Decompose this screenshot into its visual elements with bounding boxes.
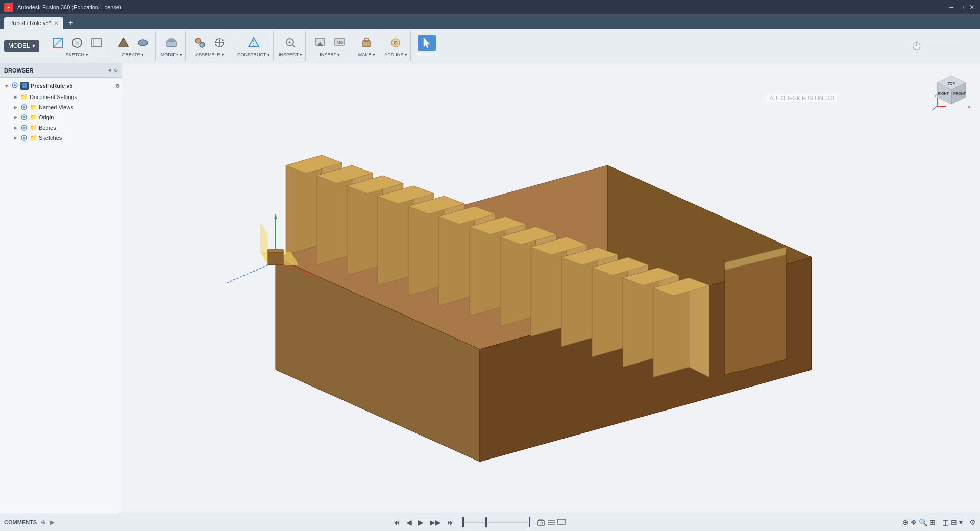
restore-button[interactable]: □ xyxy=(958,3,966,11)
select-section: SELECT ▾ xyxy=(413,31,440,61)
timeline-marker-3[interactable] xyxy=(529,517,530,527)
zoom-icon[interactable]: 🔍 xyxy=(919,518,927,526)
timeline-last-btn[interactable]: ⏭ xyxy=(445,517,456,527)
assemble-tool-1[interactable] xyxy=(191,35,209,51)
timeline-marker-1[interactable] xyxy=(462,517,464,527)
pan-icon[interactable]: ✥ xyxy=(911,518,917,526)
svg-rect-112 xyxy=(557,519,566,524)
svg-marker-6 xyxy=(119,38,128,46)
svg-rect-109 xyxy=(548,520,555,521)
create-tool-1[interactable] xyxy=(114,35,133,51)
tree-root[interactable]: ▼ PressFitRule v5 ⚙ xyxy=(0,80,122,92)
tab-bar: PressFitRule v5* ✕ + xyxy=(0,14,980,29)
doc-settings-folder-icon: 📁 xyxy=(20,93,28,101)
comments-toggle-icon[interactable]: ⊕ xyxy=(41,519,46,526)
sketch-tool-1[interactable] xyxy=(48,35,67,51)
sketch-tool-2[interactable] xyxy=(68,35,86,51)
construct-tool-1[interactable] xyxy=(244,35,263,51)
orbit-icon[interactable]: ⊕ xyxy=(902,518,909,526)
make-label: MAKE ▾ xyxy=(358,52,375,57)
browser-collapse-btn[interactable]: ◄ xyxy=(107,67,112,73)
tree-visibility-icon[interactable] xyxy=(11,82,18,90)
main-toolbar: MODEL ▾ SKETCH ▾ xyxy=(0,29,980,63)
vp-divider-2 xyxy=(966,517,966,527)
new-tab-button[interactable]: + xyxy=(65,17,77,29)
inspect-tool-1[interactable] xyxy=(281,35,300,51)
user-dropdown-arrow[interactable]: ▾ xyxy=(964,42,967,49)
svg-text:RIGHT: RIGHT xyxy=(938,92,949,95)
help-icon[interactable]: ? xyxy=(971,41,976,51)
create-tool-2[interactable] xyxy=(134,35,152,51)
timeline-marker-2[interactable] xyxy=(485,517,487,527)
comments-expand-btn[interactable]: ▶ xyxy=(50,519,55,526)
active-tab[interactable]: PressFitRule v5* ✕ xyxy=(4,17,63,29)
svg-line-18 xyxy=(292,45,295,47)
timeline-prev-btn[interactable]: ◀ xyxy=(404,517,414,527)
modify-tool-1[interactable] xyxy=(162,35,181,51)
svg-text:TOP: TOP xyxy=(948,82,955,85)
create-section: CREATE ▾ xyxy=(111,31,156,61)
more-display-settings[interactable]: ▾ xyxy=(959,518,963,526)
window-controls[interactable]: ─ □ ✕ xyxy=(947,3,976,11)
camera-icon-area xyxy=(536,519,566,526)
svg-point-11 xyxy=(200,42,205,47)
named-views-eye-icon xyxy=(20,104,28,111)
grid-toggle[interactable]: ⊟ xyxy=(951,518,957,526)
browser-controls[interactable]: ◄ ⊕ xyxy=(107,67,118,73)
tree-item-doc-settings[interactable]: ▶ 📁 Document Settings xyxy=(0,92,122,102)
minimize-button[interactable]: ─ xyxy=(947,3,955,11)
viewport[interactable]: TOP FRONT RIGHT X Y Z AUTODESK FUSION 36… xyxy=(122,63,980,513)
settings-icon[interactable]: ⚙ xyxy=(969,518,976,526)
timeline-first-btn[interactable]: ⏮ xyxy=(391,517,402,527)
bodies-arrow[interactable]: ▶ xyxy=(12,125,18,131)
assemble-tool-2[interactable] xyxy=(210,35,229,51)
construct-icon-1 xyxy=(248,37,260,49)
select-tool-1[interactable] xyxy=(418,35,436,51)
zoom-fit-icon[interactable]: ⊞ xyxy=(929,518,936,526)
svg-text:⚙: ⚙ xyxy=(393,40,398,46)
inspect-icon-1 xyxy=(284,37,297,49)
tree-item-sketches[interactable]: ▶ 📁 Sketches xyxy=(0,133,122,143)
sketch-section: SKETCH ▾ xyxy=(45,31,109,61)
tree-item-bodies[interactable]: ▶ 📁 Bodies xyxy=(0,123,122,133)
viewcube[interactable]: TOP FRONT RIGHT X Y Z xyxy=(931,71,972,112)
svg-line-104 xyxy=(227,265,268,283)
named-views-arrow[interactable]: ▶ xyxy=(12,104,18,110)
sketch-icon-3 xyxy=(90,37,103,49)
tab-close-button[interactable]: ✕ xyxy=(54,20,58,26)
svg-line-1 xyxy=(53,38,62,47)
svg-rect-26 xyxy=(364,39,369,41)
doc-settings-arrow[interactable]: ▶ xyxy=(12,94,18,100)
origin-arrow[interactable]: ▶ xyxy=(12,114,18,120)
browser-header: BROWSER ◄ ⊕ xyxy=(0,63,122,78)
user-area: 🕐 Francis Lance ▾ ? xyxy=(912,41,976,51)
svg-marker-103 xyxy=(274,214,277,219)
insert-tool-2[interactable]: IMG xyxy=(330,35,349,51)
insert-tool-1[interactable] xyxy=(311,35,329,51)
modify-section: MODIFY ▾ xyxy=(158,31,186,61)
browser-search-btn[interactable]: ⊕ xyxy=(114,67,118,73)
timeline-next-btn[interactable]: ▶▶ xyxy=(428,517,443,527)
origin-eye-icon xyxy=(20,114,28,121)
assemble-icon-1 xyxy=(194,37,206,49)
username[interactable]: Francis Lance xyxy=(925,43,960,49)
sketch-tool-3[interactable] xyxy=(87,35,106,51)
close-button[interactable]: ✕ xyxy=(968,3,976,11)
view-cube-toggle[interactable]: ◫ xyxy=(942,518,949,526)
insert-icon-1 xyxy=(314,37,326,49)
root-settings-icon[interactable]: ⚙ xyxy=(115,83,120,89)
svg-rect-106 xyxy=(537,521,545,525)
layers-icon xyxy=(547,519,556,526)
tree-collapse-arrow[interactable]: ▼ xyxy=(4,83,9,89)
clock-icon[interactable]: 🕐 xyxy=(912,42,921,50)
model-dropdown[interactable]: MODEL ▾ xyxy=(4,40,39,52)
insert-icon-2: IMG xyxy=(333,37,346,49)
title-bar: F Autodesk Fusion 360 (Education License… xyxy=(0,0,980,14)
addins-tool-1[interactable]: ⚙ xyxy=(386,35,405,51)
tree-item-named-views[interactable]: ▶ 📁 Named Views xyxy=(0,102,122,112)
make-tool-1[interactable] xyxy=(357,35,376,51)
timeline-play-btn[interactable]: ▶ xyxy=(416,517,426,527)
tree-item-origin[interactable]: ▶ 📁 Origin xyxy=(0,112,122,123)
sketches-arrow[interactable]: ▶ xyxy=(12,135,18,141)
inspect-section: INSPECT ▾ xyxy=(276,31,306,61)
